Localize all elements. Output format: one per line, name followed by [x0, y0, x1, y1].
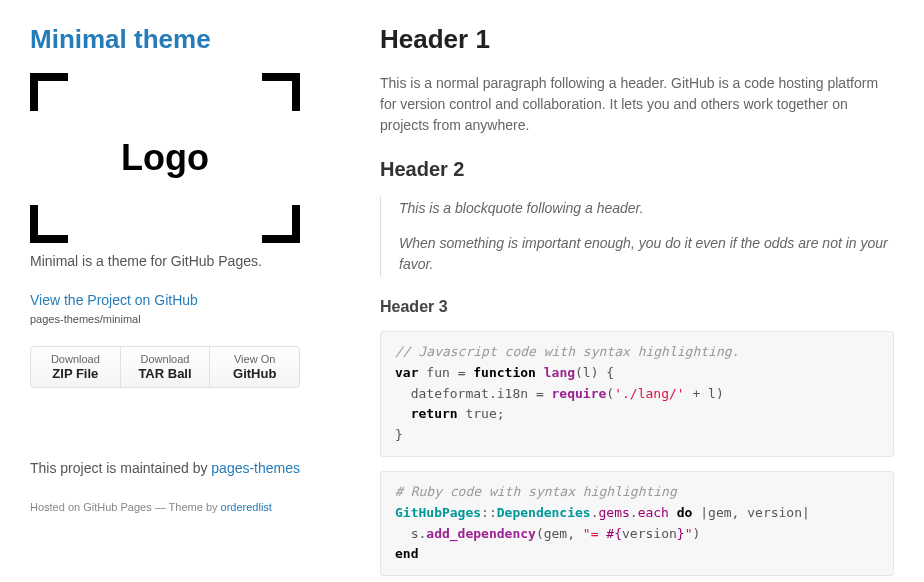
- button-label-bottom: GitHub: [210, 366, 299, 382]
- code-block-ruby: # Ruby code with syntax highlighting Git…: [380, 471, 894, 576]
- repo-slug: pages-themes/minimal: [30, 311, 340, 328]
- maintainer-link[interactable]: pages-themes: [211, 460, 300, 476]
- site-title-link[interactable]: Minimal theme: [30, 20, 340, 59]
- header-3: Header 3: [380, 295, 894, 319]
- logo-text: Logo: [121, 131, 209, 185]
- download-tar-button[interactable]: Download TAR Ball: [121, 347, 211, 388]
- button-label-top: Download: [51, 353, 100, 365]
- logo-image: Logo: [30, 73, 300, 243]
- footer-note: Hosted on GitHub Pages — Theme by ordere…: [30, 499, 340, 516]
- sidebar: Minimal theme Logo Minimal is a theme fo…: [30, 20, 340, 582]
- button-label-top: View On: [234, 353, 275, 365]
- button-label-bottom: TAR Ball: [121, 366, 210, 382]
- view-github-button[interactable]: View On GitHub: [210, 347, 299, 388]
- tagline: Minimal is a theme for GitHub Pages.: [30, 251, 340, 272]
- footer-prefix: Hosted on GitHub Pages — Theme by: [30, 501, 221, 513]
- code-block-js: // Javascript code with syntax highlight…: [380, 331, 894, 457]
- header-1: Header 1: [380, 20, 894, 59]
- github-project-link[interactable]: View the Project on GitHub: [30, 290, 340, 311]
- maintained-by: This project is maintained by pages-them…: [30, 458, 340, 479]
- blockquote-line: When something is important enough, you …: [399, 233, 894, 275]
- blockquote: This is a blockquote following a header.…: [380, 196, 894, 277]
- download-zip-button[interactable]: Download ZIP File: [31, 347, 121, 388]
- theme-author-link[interactable]: orderedlist: [221, 501, 272, 513]
- download-buttons: Download ZIP File Download TAR Ball View…: [30, 346, 300, 389]
- button-label-bottom: ZIP File: [31, 366, 120, 382]
- maintained-prefix: This project is maintained by: [30, 460, 211, 476]
- button-label-top: Download: [141, 353, 190, 365]
- main-content: Header 1 This is a normal paragraph foll…: [380, 20, 894, 582]
- blockquote-line: This is a blockquote following a header.: [399, 198, 894, 219]
- header-2: Header 2: [380, 154, 894, 184]
- intro-paragraph: This is a normal paragraph following a h…: [380, 73, 894, 136]
